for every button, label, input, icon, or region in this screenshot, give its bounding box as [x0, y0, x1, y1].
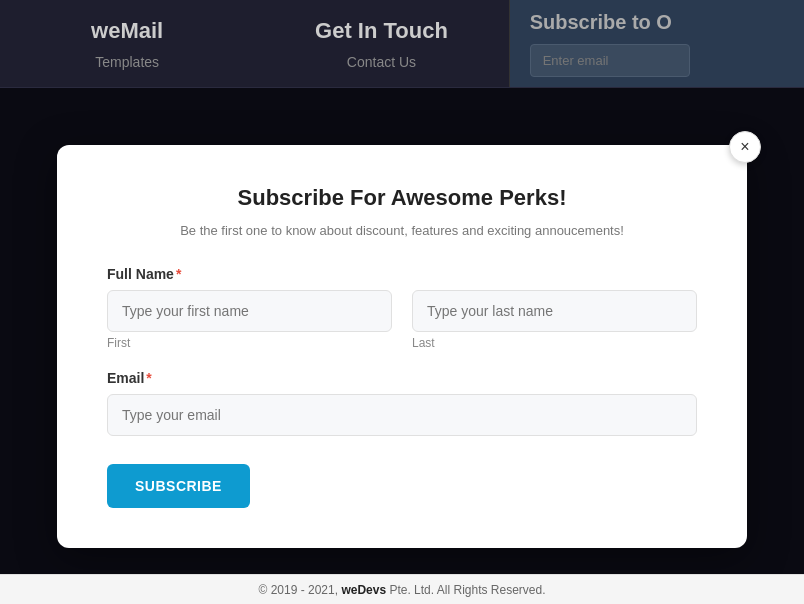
name-row: First Last	[107, 290, 697, 350]
modal-overlay: × Subscribe For Awesome Perks! Be the fi…	[0, 88, 804, 604]
email-required-mark: *	[146, 370, 151, 386]
full-name-label: Full Name*	[107, 266, 697, 282]
subscribe-button[interactable]: SUBSCRIBE	[107, 464, 250, 508]
first-field-label: First	[107, 336, 392, 350]
email-label: Email*	[107, 370, 697, 386]
nav-contact-col: Get In Touch Contact Us	[254, 0, 508, 87]
modal-subtitle: Be the first one to know about discount,…	[107, 223, 697, 238]
last-name-input[interactable]	[412, 290, 697, 332]
close-icon: ×	[740, 138, 749, 156]
footer-text: © 2019 - 2021, weDevs Pte. Ltd. All Righ…	[258, 583, 545, 597]
email-input[interactable]	[107, 394, 697, 436]
modal-title: Subscribe For Awesome Perks!	[107, 185, 697, 211]
nav-subscribe-col: Subscribe to O	[509, 0, 804, 87]
required-mark: *	[176, 266, 181, 282]
background-navbar: weMail Templates Get In Touch Contact Us…	[0, 0, 804, 88]
nav-wemail-title: weMail	[91, 18, 163, 44]
last-name-field: Last	[412, 290, 697, 350]
nav-templates-link[interactable]: Templates	[95, 54, 159, 70]
subscribe-modal: × Subscribe For Awesome Perks! Be the fi…	[57, 145, 747, 548]
first-name-input[interactable]	[107, 290, 392, 332]
nav-subscribe-title: Subscribe to O	[530, 11, 672, 34]
nav-contact-link[interactable]: Contact Us	[347, 54, 416, 70]
footer: © 2019 - 2021, weDevs Pte. Ltd. All Righ…	[0, 574, 804, 604]
last-field-label: Last	[412, 336, 697, 350]
nav-email-input[interactable]	[530, 44, 690, 77]
nav-wemail-col: weMail Templates	[0, 0, 254, 87]
first-name-field: First	[107, 290, 392, 350]
modal-close-button[interactable]: ×	[729, 131, 761, 163]
full-name-group: Full Name* First Last	[107, 266, 697, 350]
page-overlay: × Subscribe For Awesome Perks! Be the fi…	[0, 88, 804, 604]
footer-brand: weDevs	[341, 583, 386, 597]
nav-contact-title: Get In Touch	[315, 18, 448, 44]
email-group: Email*	[107, 370, 697, 436]
